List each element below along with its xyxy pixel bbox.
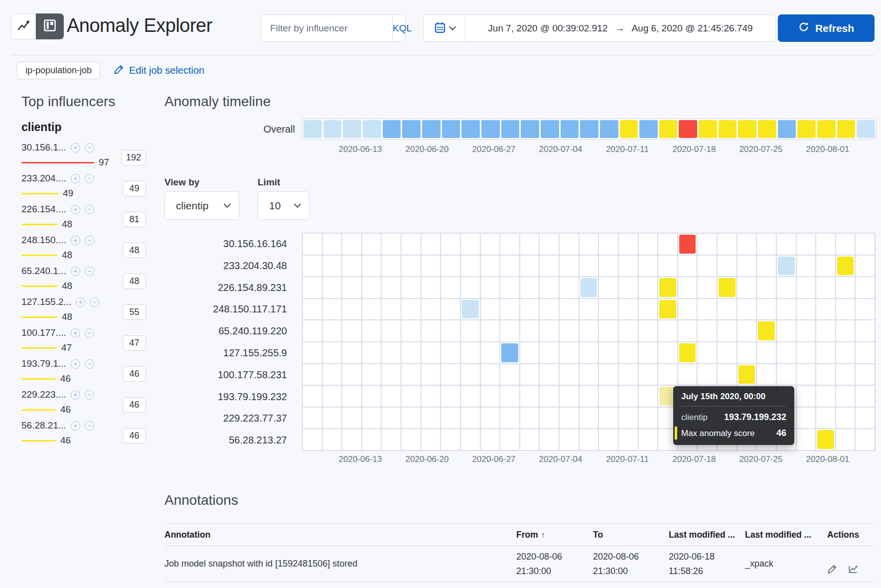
swimlane-cell[interactable] — [737, 342, 757, 364]
swimlane-cell[interactable] — [441, 277, 461, 299]
swimlane-cell[interactable] — [816, 342, 836, 364]
swimlane-cell[interactable] — [639, 342, 659, 364]
swimlane-cell[interactable] — [757, 256, 777, 278]
swimlane-cell[interactable] — [580, 256, 599, 278]
swimlane-cell[interactable] — [500, 234, 520, 256]
swimlane-cell[interactable] — [362, 320, 382, 342]
refresh-button[interactable]: Refresh — [778, 14, 875, 42]
swimlane-cell[interactable] — [836, 408, 856, 430]
add-filter-icon[interactable]: + — [71, 205, 80, 214]
swimlane-cell[interactable] — [658, 234, 678, 256]
swimlane-cell[interactable] — [658, 364, 678, 386]
swimlane-cell[interactable] — [599, 277, 619, 299]
swimlane-cell[interactable] — [303, 386, 323, 408]
overall-swimlane-cell[interactable] — [343, 120, 361, 138]
swimlane-cell[interactable] — [757, 342, 777, 364]
edit-annotation-icon[interactable] — [827, 564, 837, 574]
remove-filter-icon[interactable]: − — [85, 359, 94, 369]
swimlane-cell[interactable] — [580, 277, 599, 299]
add-filter-icon[interactable]: + — [71, 236, 80, 245]
overall-swimlane-cell[interactable] — [719, 120, 737, 138]
swimlane-cell[interactable] — [520, 429, 540, 451]
swimlane-cell[interactable] — [698, 364, 718, 386]
swimlane-cell[interactable] — [362, 408, 382, 430]
swimlane-cell[interactable] — [599, 386, 619, 408]
add-filter-icon[interactable]: + — [71, 328, 80, 338]
swimlane-cell[interactable] — [323, 342, 343, 364]
swimlane-cell[interactable] — [757, 277, 777, 299]
swimlane-cell[interactable] — [422, 234, 441, 256]
swimlane-cell[interactable] — [422, 386, 441, 408]
swimlane-cell[interactable] — [816, 386, 836, 408]
overall-swimlane-cell[interactable] — [422, 120, 440, 138]
swimlane-cell[interactable] — [816, 408, 836, 430]
swimlane-cell[interactable] — [777, 234, 797, 256]
swimlane-cell[interactable] — [520, 234, 540, 256]
anomaly-cell-minor[interactable] — [758, 321, 775, 340]
swimlane-cell[interactable] — [836, 386, 856, 408]
swimlane-cell[interactable] — [382, 277, 402, 299]
swimlane-cell[interactable] — [540, 364, 560, 386]
swimlane-cell[interactable] — [303, 342, 323, 364]
anomaly-cell-minor[interactable] — [679, 343, 696, 362]
swimlane-cell[interactable] — [520, 386, 540, 408]
swimlane-cell[interactable] — [500, 299, 520, 321]
swimlane-cell[interactable] — [441, 320, 461, 342]
swimlane-cell[interactable] — [737, 364, 757, 386]
swimlane-cell[interactable] — [698, 299, 718, 321]
swimlane-cell[interactable] — [402, 277, 422, 299]
swimlane-cell[interactable] — [422, 320, 441, 342]
swimlane-cell[interactable] — [777, 364, 797, 386]
swimlane-cell[interactable] — [599, 429, 619, 451]
swimlane-cell[interactable] — [797, 234, 817, 256]
swimlane-cell[interactable] — [422, 429, 441, 451]
swimlane-cell[interactable] — [520, 364, 540, 386]
swimlane-cell[interactable] — [856, 277, 876, 299]
swimlane-cell[interactable] — [777, 342, 797, 364]
swimlane-cell[interactable] — [441, 256, 461, 278]
swimlane-cell[interactable] — [540, 386, 560, 408]
swimlane-cell[interactable] — [520, 320, 540, 342]
add-filter-icon[interactable]: + — [71, 359, 80, 369]
swimlane-cell[interactable] — [481, 299, 501, 321]
swimlane-cell[interactable] — [658, 342, 678, 364]
swimlane-cell[interactable] — [816, 256, 836, 278]
swimlane-cell[interactable] — [619, 234, 639, 256]
swimlane-cell[interactable] — [619, 320, 639, 342]
swimlane-cell[interactable] — [520, 256, 540, 278]
swimlane-cell[interactable] — [560, 408, 580, 430]
swimlane-cell[interactable] — [303, 364, 323, 386]
swimlane-cell[interactable] — [836, 299, 856, 321]
anomaly-cell-minor[interactable] — [817, 430, 834, 449]
swimlane-cell[interactable] — [481, 408, 501, 430]
swimlane-cell[interactable] — [619, 256, 639, 278]
swimlane-cell[interactable] — [678, 364, 698, 386]
swimlane-cell[interactable] — [441, 299, 461, 321]
overall-swimlane-cell[interactable] — [561, 120, 579, 138]
anomaly-cell-low[interactable] — [462, 300, 479, 319]
swimlane-cell[interactable] — [382, 364, 402, 386]
swimlane-cell[interactable] — [737, 234, 757, 256]
anomaly-cell-low[interactable] — [778, 257, 795, 276]
swimlane-cell[interactable] — [441, 408, 461, 430]
swimlane-cell[interactable] — [757, 320, 777, 342]
swimlane-cell[interactable] — [698, 234, 718, 256]
swimlane-cell[interactable] — [303, 256, 323, 278]
swimlane-cell[interactable] — [856, 408, 876, 430]
swimlane-cell[interactable] — [639, 429, 659, 451]
remove-filter-icon[interactable]: − — [85, 143, 94, 152]
swimlane-cell[interactable] — [836, 429, 856, 451]
overall-swimlane-cell[interactable] — [501, 120, 520, 138]
swimlane-cell[interactable] — [481, 429, 501, 451]
swimlane-cell[interactable] — [639, 386, 659, 408]
influencer-name[interactable]: 56.28.21... — [21, 420, 66, 431]
col-last-modified-date[interactable]: Last modified ... — [669, 524, 745, 546]
swimlane-cell[interactable] — [540, 320, 560, 342]
swimlane-cell[interactable] — [560, 234, 580, 256]
swimlane-cell[interactable] — [836, 234, 856, 256]
swimlane-cell[interactable] — [580, 408, 599, 430]
anomaly-cell-minor[interactable] — [837, 257, 854, 276]
end-date[interactable]: Aug 6, 2020 @ 21:45:26.749 — [631, 23, 752, 34]
swimlane-cell[interactable] — [481, 364, 501, 386]
swimlane-cell[interactable] — [797, 320, 817, 342]
